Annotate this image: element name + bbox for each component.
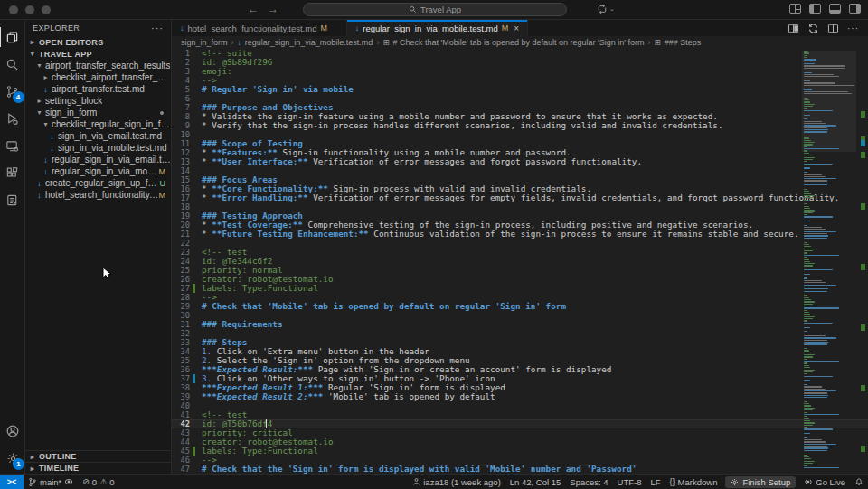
breadcrumb-item[interactable]: # Check that 'Mobile' tab is opened by d… (393, 38, 645, 47)
branch-status[interactable]: main* (24, 475, 78, 489)
remote-explorer-icon[interactable] (0, 132, 25, 159)
tree-folder-sign-in-form[interactable]: ▾sign_in_form (25, 107, 171, 118)
workspace-root-section[interactable]: ▾ TRAVEL APP (25, 48, 171, 60)
editor-line-21[interactable]: 21* **Future Testing Enhancement:** Cont… (172, 230, 868, 239)
command-center-search[interactable]: Travel App (303, 3, 567, 16)
encoding[interactable]: UTF-8 (613, 475, 646, 489)
forward-icon[interactable]: → (268, 3, 278, 15)
editor-line-17[interactable]: 17* **Error Handling:** Verification of … (172, 193, 868, 202)
notifications-bell[interactable] (850, 475, 868, 489)
minimap-line (804, 153, 809, 154)
toggle-sidebar-icon[interactable] (809, 4, 821, 14)
markdown-test-file-icon: ↓ (238, 38, 241, 47)
editor-line-29[interactable]: 29# Check that 'Mobile' tab is opened by… (172, 302, 868, 311)
tree-file-create-regular-sign-up-form-test-[interactable]: ↓create_regular_sign_up_form.test...U (25, 177, 171, 189)
outline-section[interactable]: ▸ OUTLINE (25, 450, 171, 462)
toggle-secondary-sidebar-icon[interactable] (849, 4, 861, 14)
minimap-line (804, 193, 811, 193)
window-controls[interactable] (9, 5, 51, 14)
back-icon[interactable]: ← (248, 3, 259, 15)
run-debug-icon[interactable] (0, 105, 25, 132)
editor-line-9[interactable]: 9* Verify that the sign-in process handl… (172, 121, 868, 130)
line-number: 2 (172, 58, 190, 67)
editor-line-22[interactable]: 22 (172, 239, 868, 248)
tree-file-hotel-search-functionality-test-md[interactable]: ↓hotel_search_functionality.test.mdM (25, 189, 171, 201)
test-extension-icon[interactable] (0, 186, 25, 213)
editor-line-32[interactable]: 32 (172, 329, 868, 338)
tree-folder-airport-transfer-search-results[interactable]: ▾airport_transfer_search_results (25, 60, 171, 71)
minimap-line (804, 82, 835, 83)
line-number: 43 (172, 428, 190, 437)
layout-sync-icon[interactable] (597, 4, 608, 14)
editor-line-2[interactable]: 2id: @Sb89df296 (172, 58, 868, 67)
minimap-line (804, 189, 807, 190)
chevron-down-icon[interactable]: ⌄ (609, 5, 615, 13)
language-mode[interactable]: {} Markdown (665, 475, 722, 489)
open-preview-icon[interactable] (788, 23, 799, 34)
editor-line-1[interactable]: 1<!-- suite (172, 49, 868, 58)
markdown-test-file-icon: ↓ (35, 191, 43, 200)
eol[interactable]: LF (646, 475, 665, 489)
editor-line-13[interactable]: 13* **User Interface:** Verification of … (172, 157, 868, 166)
indentation[interactable]: Spaces: 4 (565, 475, 612, 489)
tree-item-label: regular_sign_in_via_email.test.md (50, 155, 171, 165)
search-sidebar-icon[interactable] (0, 51, 25, 78)
minimize-window-icon[interactable] (25, 5, 34, 14)
tree-file-airport-transfer-test-md[interactable]: ↓airport_transfer.test.md (25, 83, 171, 95)
markdown-symbol-icon: ⊞ (382, 38, 389, 47)
explorer-more-actions-icon[interactable]: ··· (151, 23, 164, 33)
editor-line-40[interactable]: 40 (172, 401, 868, 410)
breadcrumb-item[interactable]: regular_sign_in_via_mobile.test.md (245, 38, 373, 47)
minimap-line (804, 167, 810, 168)
minimap-line (804, 455, 807, 456)
remote-indicator[interactable]: >< (0, 475, 24, 489)
tree-file-regular-sign-in-via-email-test-md[interactable]: ↓regular_sign_in_via_email.test.md (25, 154, 171, 165)
close-tab-icon[interactable]: × (514, 24, 519, 33)
tree-folder-checklist-regular-sign-in-form-field-[interactable]: ▾checklist_regular_sign_in_form_field... (25, 118, 171, 130)
overview-ruler[interactable] (857, 49, 868, 474)
tree-file-regular-sign-in-via-mobile-test-[interactable]: ↓regular_sign_in_via_mobile.test...M (25, 165, 171, 177)
editor-line-47[interactable]: 47# Check that the 'Sign in' form is dis… (172, 465, 868, 474)
tree-folder-settings-block[interactable]: ▸settings_block (25, 95, 171, 107)
more-actions-icon[interactable]: ··· (847, 24, 859, 33)
editor-line-39[interactable]: 39***Expected Result 2:*** 'Mobile' tab … (172, 392, 868, 401)
breadcrumb-item[interactable]: ### Steps (665, 38, 702, 47)
go-live-button[interactable]: Go Live (799, 475, 850, 489)
editor-line-3[interactable]: 3emoji: (172, 67, 868, 76)
settings-gear-icon[interactable]: 1 (0, 445, 25, 472)
editor-line-5[interactable]: 5# Regular 'Sign in' via mobile (172, 85, 868, 94)
code-editor[interactable]: 1<!-- suite2id: @Sb89df2963emoji:4-->5# … (172, 49, 868, 474)
source-control-icon[interactable]: 4 (0, 78, 25, 105)
breadcrumb-item[interactable]: sign_in_form (181, 38, 228, 47)
extensions-icon[interactable] (0, 159, 25, 186)
finish-setup-button[interactable]: Finish Setup (725, 476, 796, 488)
tab-hotel-search-functionality-test-md[interactable]: ↓hotel_search_functionality.test.mdM× (172, 20, 347, 36)
blame-status[interactable]: iaza18 (1 week ago) (408, 475, 505, 489)
problems-status[interactable]: ⊘ 0 ⚠ 0 (78, 475, 118, 489)
editor-line-23[interactable]: 23<!-- test (172, 248, 868, 257)
explorer-icon[interactable] (0, 24, 25, 51)
maximize-window-icon[interactable] (42, 5, 51, 14)
customize-layout-icon[interactable] (789, 4, 801, 14)
tree-file-sign-in-via-email-test-md[interactable]: ↓sign_in_via_email.test.md (25, 130, 171, 142)
toggle-panel-icon[interactable] (829, 4, 841, 14)
minimap[interactable] (802, 51, 856, 472)
editor-line-45[interactable]: 45labels: Type:Functional (172, 447, 868, 456)
editor-line-41[interactable]: 41<!-- test (172, 410, 868, 419)
line-number: 6 (172, 94, 190, 103)
minimap-line (804, 91, 848, 92)
markdown-test-file-icon: ↓ (355, 24, 360, 33)
cursor-position[interactable]: Ln 42, Col 15 (505, 475, 566, 489)
open-changes-icon[interactable] (807, 23, 819, 34)
timeline-section[interactable]: ▸ TIMELINE (25, 462, 171, 474)
tree-item-label: sign_in_via_mobile.test.md (56, 143, 167, 153)
editor-line-31[interactable]: 31### Requirements (172, 320, 868, 329)
editor-line-27[interactable]: 27labels: Type:Functional (172, 284, 868, 293)
tree-file-sign-in-via-mobile-test-md[interactable]: ↓sign_in_via_mobile.test.md (25, 142, 171, 154)
close-window-icon[interactable] (9, 5, 18, 14)
account-icon[interactable] (0, 418, 25, 445)
tab-regular-sign-in-via-mobile-test-md[interactable]: ↓regular_sign_in_via_mobile.test.mdM× (347, 20, 528, 36)
open-editors-section[interactable]: ▸ OPEN EDITORS (25, 36, 171, 48)
split-editor-icon[interactable] (827, 23, 839, 34)
tree-folder-checklist-airport-transfer-search-fie-[interactable]: ▸checklist_airport_transfer_search_fie..… (25, 71, 171, 83)
